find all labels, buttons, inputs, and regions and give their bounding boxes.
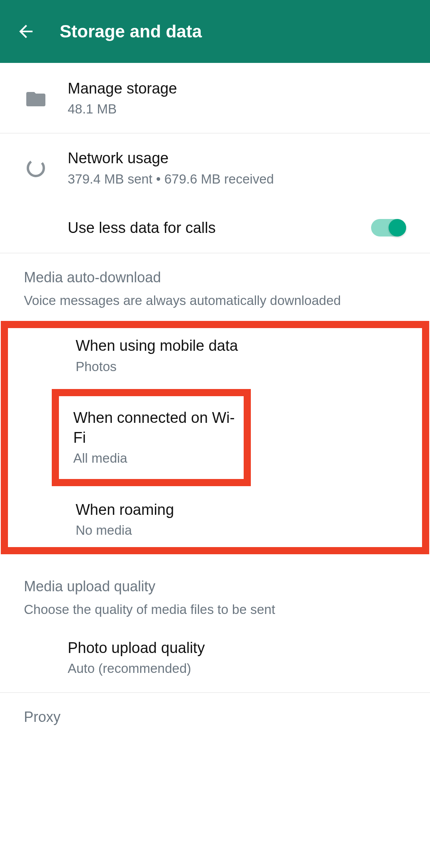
page-title: Storage and data xyxy=(60,22,202,41)
use-less-data-title: Use less data for calls xyxy=(68,218,351,238)
highlight-box-outer: When using mobile data Photos When conne… xyxy=(1,321,429,554)
roaming-subtitle: No media xyxy=(76,522,406,539)
manage-storage-item[interactable]: Manage storage 48.1 MB xyxy=(0,64,430,133)
wifi-subtitle: All media xyxy=(73,450,236,467)
media-auto-download-header: Media auto-download Voice messages are a… xyxy=(0,253,430,314)
roaming-title: When roaming xyxy=(76,500,406,520)
mobile-data-subtitle: Photos xyxy=(76,358,406,375)
app-header: Storage and data xyxy=(0,0,430,63)
mobile-data-item[interactable]: When using mobile data Photos xyxy=(8,328,422,389)
section-subtitle: Choose the quality of media files to be … xyxy=(24,600,406,619)
use-less-data-toggle[interactable] xyxy=(371,219,406,237)
wifi-title: When connected on Wi-Fi xyxy=(73,408,236,448)
photo-upload-title: Photo upload quality xyxy=(68,638,414,658)
roaming-item[interactable]: When roaming No media xyxy=(8,486,422,547)
photo-upload-quality-item[interactable]: Photo upload quality Auto (recommended) xyxy=(0,623,430,692)
data-usage-icon xyxy=(24,158,48,178)
network-usage-item[interactable]: Network usage 379.4 MB sent • 679.6 MB r… xyxy=(0,133,430,203)
section-title: Media upload quality xyxy=(24,578,406,595)
proxy-header: Proxy xyxy=(0,693,430,729)
folder-icon xyxy=(24,90,48,106)
back-arrow-icon[interactable] xyxy=(16,22,36,41)
mobile-data-title: When using mobile data xyxy=(76,336,406,356)
network-usage-title: Network usage xyxy=(68,149,414,168)
media-upload-quality-header: Media upload quality Choose the quality … xyxy=(0,554,430,623)
manage-storage-title: Manage storage xyxy=(68,79,414,98)
wifi-item[interactable]: When connected on Wi-Fi All media xyxy=(73,408,236,467)
section-title: Media auto-download xyxy=(24,269,406,286)
section-title: Proxy xyxy=(24,709,406,725)
network-usage-subtitle: 379.4 MB sent • 679.6 MB received xyxy=(68,171,414,188)
use-less-data-item[interactable]: Use less data for calls xyxy=(0,203,430,253)
section-subtitle: Voice messages are always automatically … xyxy=(24,291,406,310)
photo-upload-subtitle: Auto (recommended) xyxy=(68,660,414,677)
manage-storage-subtitle: 48.1 MB xyxy=(68,101,414,118)
highlight-box-inner: When connected on Wi-Fi All media xyxy=(52,389,251,486)
svg-point-0 xyxy=(26,158,46,178)
